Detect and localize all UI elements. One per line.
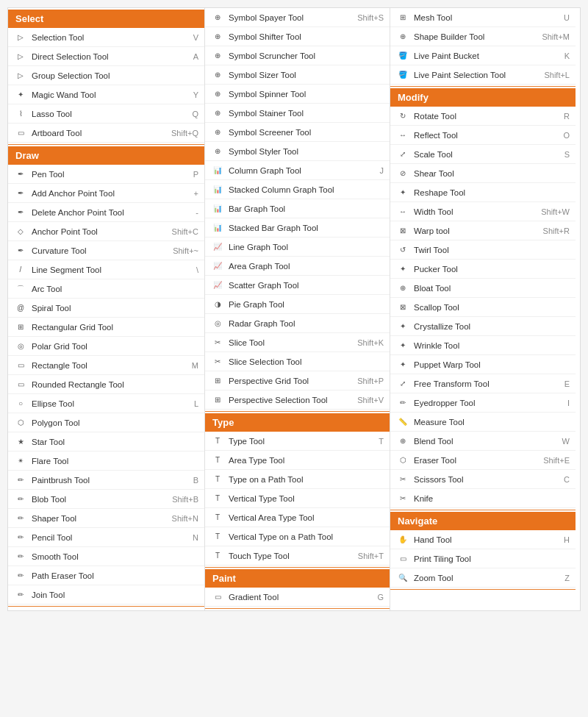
tool-icon: 🔍 bbox=[396, 571, 409, 585]
tool-name: Slice Selection Tool bbox=[229, 357, 384, 366]
tool-item[interactable]: ✏Path Eraser Tool bbox=[8, 566, 204, 585]
tool-item[interactable]: ✒Pen ToolP bbox=[8, 165, 204, 184]
tool-item[interactable]: ⊞Mesh ToolU bbox=[390, 8, 576, 27]
tool-item[interactable]: @Spiral Tool bbox=[8, 299, 204, 318]
tool-item[interactable]: TVertical Area Type Tool bbox=[205, 508, 390, 527]
tool-item[interactable]: ✦Crystallize Tool bbox=[390, 317, 576, 336]
tool-icon: ↔ bbox=[396, 205, 409, 218]
tool-item[interactable]: 📏Measure Tool bbox=[390, 413, 576, 432]
tool-item[interactable]: ✏Shaper ToolShift+N bbox=[8, 509, 204, 528]
tool-item[interactable]: ✏Blob ToolShift+B bbox=[8, 490, 204, 509]
tool-item[interactable]: ▷Selection ToolV bbox=[8, 28, 204, 47]
tool-item[interactable]: 🪣Live Paint BucketK bbox=[390, 46, 576, 65]
tool-item[interactable]: ⊕Symbol Screener Tool bbox=[205, 123, 390, 142]
tool-item[interactable]: ✦Wrinkle Tool bbox=[390, 336, 576, 355]
tool-item[interactable]: ⊞Perspective Selection ToolShift+V bbox=[205, 390, 390, 410]
tool-item[interactable]: ◑Pie Graph Tool bbox=[205, 295, 390, 314]
tool-item[interactable]: ▭Gradient ToolG bbox=[205, 588, 390, 607]
tool-icon: ⊕ bbox=[396, 30, 409, 43]
tool-icon: ▭ bbox=[14, 378, 27, 391]
tool-item[interactable]: ◎Polar Grid Tool bbox=[8, 337, 204, 356]
tool-item[interactable]: ✒Curvature ToolShift+~ bbox=[8, 241, 204, 260]
tool-item[interactable]: ✦Reshape Tool bbox=[390, 183, 576, 202]
tool-item[interactable]: ▷Direct Selection ToolA bbox=[8, 47, 204, 66]
tool-item[interactable]: ▭Print Tiling Tool bbox=[390, 549, 576, 568]
tool-item[interactable]: ✦Pucker Tool bbox=[390, 260, 576, 279]
tool-item[interactable]: /Line Segment Tool\ bbox=[8, 260, 204, 279]
section-divider bbox=[205, 411, 390, 412]
tool-item[interactable]: 📊Column Graph ToolJ bbox=[205, 161, 390, 180]
tool-item[interactable]: ✦Puppet Warp Tool bbox=[390, 355, 576, 374]
tool-shortcut: E bbox=[564, 379, 570, 388]
tool-item[interactable]: 📊Stacked Bar Graph Tool bbox=[205, 218, 390, 238]
tool-item[interactable]: ⊕Symbol Spinner Tool bbox=[205, 85, 390, 104]
tool-item[interactable]: ✂Knife bbox=[390, 489, 576, 508]
tool-item[interactable]: ✒Add Anchor Point Tool+ bbox=[8, 184, 204, 203]
tool-item[interactable]: ↻Rotate ToolR bbox=[390, 107, 576, 126]
tool-item[interactable]: ⬡Eraser ToolShift+E bbox=[390, 451, 576, 470]
tool-shortcut: Y bbox=[193, 90, 198, 99]
tool-name: Smooth Tool bbox=[32, 552, 198, 561]
tool-item[interactable]: ⊕Blend ToolW bbox=[390, 432, 576, 451]
tool-icon: ✦ bbox=[396, 263, 409, 276]
tool-item[interactable]: ⊞Perspective Grid ToolShift+P bbox=[205, 371, 390, 390]
tool-item[interactable]: TType on a Path Tool bbox=[205, 470, 390, 489]
tool-item[interactable]: 📈Area Graph Tool bbox=[205, 257, 390, 276]
tool-item[interactable]: ⊕Symbol Stainer Tool bbox=[205, 104, 390, 123]
tool-item[interactable]: ▭Artboard ToolShift+Q bbox=[8, 124, 204, 143]
tool-item[interactable]: ✂Scissors ToolC bbox=[390, 470, 576, 489]
tool-name: Line Graph Tool bbox=[229, 243, 384, 252]
tool-item[interactable]: ⌒Arc Tool bbox=[8, 279, 204, 299]
tool-shortcut: \ bbox=[196, 265, 198, 274]
tool-item[interactable]: ⬡Polygon Tool bbox=[8, 413, 204, 432]
tool-item[interactable]: ✏Smooth Tool bbox=[8, 547, 204, 566]
tool-shortcut: Shift+M bbox=[542, 32, 570, 41]
tool-item[interactable]: ⊕Symbol Spayer ToolShift+S bbox=[205, 8, 390, 27]
tool-item[interactable]: ✦Magic Wand ToolY bbox=[8, 85, 204, 104]
tool-item[interactable]: ⊕Bloat Tool bbox=[390, 279, 576, 298]
tool-item[interactable]: ✋Hand ToolH bbox=[390, 530, 576, 549]
tool-item[interactable]: ✏Paintbrush ToolB bbox=[8, 471, 204, 490]
tool-item[interactable]: 📊Stacked Column Graph Tool bbox=[205, 180, 390, 199]
tool-item[interactable]: ⊘Shear Tool bbox=[390, 164, 576, 183]
tool-item[interactable]: 🪣Live Paint Selection ToolShift+L bbox=[390, 65, 576, 85]
tool-item[interactable]: ◎Radar Graph Tool bbox=[205, 314, 390, 333]
tool-item[interactable]: 📈Scatter Graph Tool bbox=[205, 276, 390, 295]
tool-item[interactable]: ◇Anchor Point ToolShift+C bbox=[8, 222, 204, 241]
tool-item[interactable]: ▷Group Selection Tool bbox=[8, 66, 204, 85]
tool-icon: ✏ bbox=[396, 396, 409, 410]
tool-item[interactable]: ✂Slice ToolShift+K bbox=[205, 333, 390, 352]
tool-item[interactable]: ⊞Rectangular Grid Tool bbox=[8, 318, 204, 337]
tool-item[interactable]: ⊕Symbol Scruncher Tool bbox=[205, 46, 390, 65]
tool-item[interactable]: ⊕Symbol Styler Tool bbox=[205, 142, 390, 161]
tool-item[interactable]: ▭Rounded Rectangle Tool bbox=[8, 375, 204, 394]
tool-item[interactable]: ✂Slice Selection Tool bbox=[205, 352, 390, 371]
tool-item[interactable]: ↔Reflect ToolO bbox=[390, 126, 576, 145]
tool-item[interactable]: ⌇Lasso ToolQ bbox=[8, 104, 204, 124]
tool-item[interactable]: TType ToolT bbox=[205, 432, 390, 451]
tool-item[interactable]: ✏Eyedropper ToolI bbox=[390, 393, 576, 413]
tool-item[interactable]: ⊕Symbol Shifter Tool bbox=[205, 27, 390, 46]
tool-item[interactable]: ○Ellipse ToolL bbox=[8, 394, 204, 413]
tool-item[interactable]: 📈Line Graph Tool bbox=[205, 238, 390, 257]
tool-item[interactable]: TVertical Type Tool bbox=[205, 489, 390, 508]
tool-item[interactable]: ⊠Scallop Tool bbox=[390, 298, 576, 317]
tool-item[interactable]: TTouch Type ToolShift+T bbox=[205, 546, 390, 566]
tool-item[interactable]: TVertical Type on a Path Tool bbox=[205, 527, 390, 546]
tool-item[interactable]: ⤢Scale ToolS bbox=[390, 145, 576, 164]
tool-item[interactable]: ⊕Symbol Sizer Tool bbox=[205, 65, 390, 85]
tool-item[interactable]: ▭Rectangle ToolM bbox=[8, 356, 204, 375]
tool-item[interactable]: ★Star Tool bbox=[8, 432, 204, 452]
tool-item[interactable]: ↺Twirl Tool bbox=[390, 240, 576, 260]
tool-item[interactable]: TArea Type Tool bbox=[205, 451, 390, 470]
tool-item[interactable]: ✒Delete Anchor Point Tool- bbox=[8, 203, 204, 222]
tool-item[interactable]: ✏Join Tool bbox=[8, 585, 204, 604]
tool-item[interactable]: ↔Width ToolShift+W bbox=[390, 202, 576, 221]
tool-item[interactable]: 🔍Zoom ToolZ bbox=[390, 568, 576, 588]
tool-item[interactable]: ✴Flare Tool bbox=[8, 452, 204, 471]
tool-item[interactable]: ⊠Warp toolShift+R bbox=[390, 221, 576, 240]
tool-item[interactable]: ⤢Free Transform ToolE bbox=[390, 374, 576, 393]
tool-item[interactable]: ✏Pencil ToolN bbox=[8, 528, 204, 547]
tool-item[interactable]: ⊕Shape Builder ToolShift+M bbox=[390, 27, 576, 46]
tool-item[interactable]: 📊Bar Graph Tool bbox=[205, 199, 390, 218]
